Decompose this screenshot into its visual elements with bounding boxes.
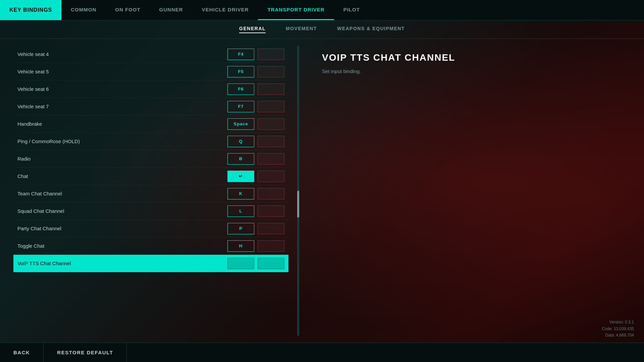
binding-name-ping-commorose: Ping / CommoRose (HOLD) bbox=[17, 138, 227, 144]
key2-ping-commorose[interactable] bbox=[258, 136, 284, 147]
sub-tab-general[interactable]: GENERAL bbox=[239, 26, 266, 33]
binding-row-handbrake[interactable]: HandbrakeSpace bbox=[13, 115, 288, 133]
binding-name-chat: Chat bbox=[17, 173, 227, 179]
binding-keys-ping-commorose: Q bbox=[227, 136, 284, 147]
binding-row-chat[interactable]: Chat↵ bbox=[13, 168, 288, 185]
binding-row-ping-commorose[interactable]: Ping / CommoRose (HOLD)Q bbox=[13, 133, 288, 150]
binding-keys-party-chat-channel: P bbox=[227, 223, 284, 234]
key1-team-chat-channel[interactable]: K bbox=[227, 188, 254, 199]
key1-handbrake[interactable]: Space bbox=[227, 118, 254, 130]
key2-vehicle-seat-4[interactable] bbox=[258, 49, 284, 60]
version-number: Version: 0.3.1 bbox=[602, 319, 634, 325]
sub-tab-weapons-equipment[interactable]: WEAPONS & EQUIPMENT bbox=[337, 26, 405, 33]
info-panel: VOIP TTS CHAT CHANNEL Set input binding. bbox=[302, 39, 644, 343]
binding-keys-chat: ↵ bbox=[227, 171, 284, 182]
binding-row-radio[interactable]: RadioB bbox=[13, 150, 288, 168]
binding-row-voip-tts-chat-channel[interactable]: VoIP TTS Chat Channel bbox=[13, 255, 288, 272]
key2-vehicle-seat-6[interactable] bbox=[258, 83, 284, 95]
binding-name-toggle-chat: Toggle Chat bbox=[17, 243, 227, 249]
binding-name-vehicle-seat-4: Vehicle seat 4 bbox=[17, 51, 227, 57]
nav-tab-vehicle-driver[interactable]: VEHICLE DRIVER bbox=[193, 0, 258, 20]
binding-keys-handbrake: Space bbox=[227, 118, 284, 130]
back-button[interactable]: BACK bbox=[0, 343, 44, 362]
version-data: Data: 4,668,704 bbox=[602, 332, 634, 339]
binding-name-handbrake: Handbrake bbox=[17, 121, 227, 127]
binding-keys-vehicle-seat-7: F7 bbox=[227, 101, 284, 112]
binding-keys-vehicle-seat-5: F5 bbox=[227, 66, 284, 77]
key1-vehicle-seat-6[interactable]: F6 bbox=[227, 83, 254, 95]
key1-vehicle-seat-7[interactable]: F7 bbox=[227, 101, 254, 112]
binding-name-radio: Radio bbox=[17, 156, 227, 162]
version-info: Version: 0.3.1 Code: 13,039,435 Data: 4,… bbox=[602, 319, 634, 339]
key1-vehicle-seat-5[interactable]: F5 bbox=[227, 66, 254, 77]
version-code: Code: 13,039,435 bbox=[602, 326, 634, 332]
scrollbar[interactable] bbox=[297, 46, 299, 336]
nav-tab-common[interactable]: COMMON bbox=[61, 0, 106, 20]
top-nav: KEY BINDINGS COMMON ON FOOT GUNNER VEHIC… bbox=[0, 0, 644, 20]
binding-name-squad-chat-channel: Squad Chat Channel bbox=[17, 208, 227, 214]
key2-toggle-chat[interactable] bbox=[258, 240, 284, 252]
binding-name-vehicle-seat-7: Vehicle seat 7 bbox=[17, 104, 227, 109]
bottom-bar: BACK RESTORE DEFAULT bbox=[0, 343, 644, 362]
binding-row-toggle-chat[interactable]: Toggle ChatH bbox=[13, 237, 288, 255]
scroll-thumb[interactable] bbox=[297, 191, 299, 218]
key1-party-chat-channel[interactable]: P bbox=[227, 223, 254, 234]
key1-vehicle-seat-4[interactable]: F4 bbox=[227, 49, 254, 60]
nav-tab-gunner[interactable]: GUNNER bbox=[150, 0, 193, 20]
key1-ping-commorose[interactable]: Q bbox=[227, 136, 254, 147]
key1-radio[interactable]: B bbox=[227, 153, 254, 165]
info-description: Set input binding. bbox=[322, 68, 624, 74]
key1-chat[interactable]: ↵ bbox=[227, 171, 254, 182]
key2-vehicle-seat-7[interactable] bbox=[258, 101, 284, 112]
main-content: Vehicle seat 4F4Vehicle seat 5F5Vehicle … bbox=[0, 39, 644, 343]
binding-keys-toggle-chat: H bbox=[227, 240, 284, 252]
key2-squad-chat-channel[interactable] bbox=[258, 205, 284, 217]
binding-keys-vehicle-seat-6: F6 bbox=[227, 83, 284, 95]
restore-default-button[interactable]: RESTORE DEFAULT bbox=[44, 343, 127, 362]
nav-tab-pilot[interactable]: PILOT bbox=[334, 0, 369, 20]
binding-row-vehicle-seat-4[interactable]: Vehicle seat 4F4 bbox=[13, 46, 288, 63]
binding-name-team-chat-channel: Team Chat Channel bbox=[17, 191, 227, 196]
key1-squad-chat-channel[interactable]: L bbox=[227, 205, 254, 217]
binding-keys-radio: B bbox=[227, 153, 284, 165]
binding-name-vehicle-seat-5: Vehicle seat 5 bbox=[17, 69, 227, 74]
key2-chat[interactable] bbox=[258, 171, 284, 182]
key2-party-chat-channel[interactable] bbox=[258, 223, 284, 234]
info-title: VOIP TTS CHAT CHANNEL bbox=[322, 52, 624, 63]
key1-voip-tts-chat-channel[interactable] bbox=[227, 258, 254, 269]
binding-row-vehicle-seat-7[interactable]: Vehicle seat 7F7 bbox=[13, 98, 288, 115]
key2-handbrake[interactable] bbox=[258, 118, 284, 130]
key2-team-chat-channel[interactable] bbox=[258, 188, 284, 199]
binding-name-voip-tts-chat-channel: VoIP TTS Chat Channel bbox=[17, 260, 227, 266]
key2-vehicle-seat-5[interactable] bbox=[258, 66, 284, 77]
binding-row-squad-chat-channel[interactable]: Squad Chat ChannelL bbox=[13, 202, 288, 220]
bindings-list: Vehicle seat 4F4Vehicle seat 5F5Vehicle … bbox=[0, 39, 302, 343]
key2-voip-tts-chat-channel[interactable] bbox=[258, 258, 284, 269]
binding-row-vehicle-seat-6[interactable]: Vehicle seat 6F6 bbox=[13, 80, 288, 98]
binding-name-party-chat-channel: Party Chat Channel bbox=[17, 226, 227, 231]
binding-keys-squad-chat-channel: L bbox=[227, 205, 284, 217]
binding-row-vehicle-seat-5[interactable]: Vehicle seat 5F5 bbox=[13, 63, 288, 80]
sub-tab-movement[interactable]: MOVEMENT bbox=[286, 26, 317, 33]
binding-row-party-chat-channel[interactable]: Party Chat ChannelP bbox=[13, 220, 288, 237]
nav-tab-on-foot[interactable]: ON FOOT bbox=[106, 0, 150, 20]
binding-row-team-chat-channel[interactable]: Team Chat ChannelK bbox=[13, 185, 288, 202]
binding-keys-vehicle-seat-4: F4 bbox=[227, 49, 284, 60]
binding-keys-voip-tts-chat-channel bbox=[227, 258, 284, 269]
binding-keys-team-chat-channel: K bbox=[227, 188, 284, 199]
nav-tab-transport-driver[interactable]: TRANSPORT DRIVER bbox=[258, 0, 334, 20]
binding-name-vehicle-seat-6: Vehicle seat 6 bbox=[17, 86, 227, 92]
nav-key-bindings: KEY BINDINGS bbox=[0, 0, 61, 20]
sub-nav: GENERAL MOVEMENT WEAPONS & EQUIPMENT bbox=[0, 20, 644, 39]
key1-toggle-chat[interactable]: H bbox=[227, 240, 254, 252]
key2-radio[interactable] bbox=[258, 153, 284, 165]
